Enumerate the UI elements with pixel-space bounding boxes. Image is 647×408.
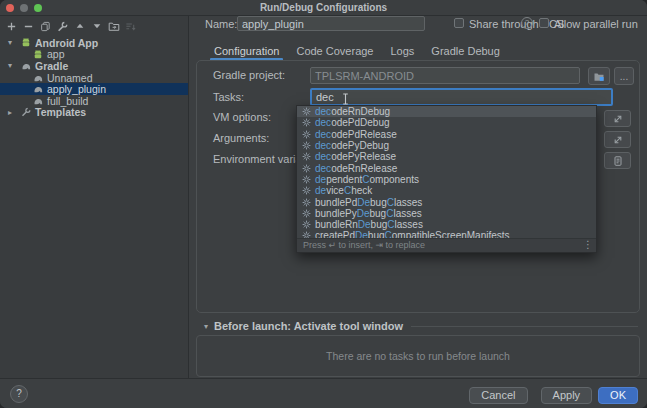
choose-gradle-project-button[interactable] [588, 67, 610, 85]
new-folder-button[interactable] [105, 18, 122, 34]
completion-item-text: dec [315, 129, 331, 140]
completion-item[interactable]: decodePdRelease [297, 129, 596, 140]
chevron-down-icon[interactable]: ▾ [8, 38, 20, 47]
dialog-footer: ? Cancel Apply OK [0, 378, 647, 408]
completion-item-text: C [362, 174, 369, 185]
sidebar-item-android-app[interactable]: ▾Android App [0, 37, 188, 49]
expand-vm-options-button[interactable] [604, 110, 631, 127]
sidebar-item-templates[interactable]: ▸Templates [0, 107, 188, 119]
share-through-vcs-label: Share through VCS [469, 18, 564, 30]
completion-item-text: C [386, 208, 393, 219]
edit-defaults-button[interactable] [54, 18, 71, 34]
completion-item-text: odeRnDebug [331, 106, 390, 117]
gear-icon [302, 141, 311, 150]
arguments-label: Arguments: [213, 132, 269, 144]
vm-options-label: VM options: [213, 111, 271, 123]
completion-item-text: odePdDebug [331, 117, 389, 128]
sidebar-item-apply-plugin[interactable]: apply_plugin [0, 83, 188, 95]
completion-item-text: bundlePd [315, 197, 357, 208]
gear-icon [302, 231, 311, 238]
apply-button[interactable]: Apply [541, 387, 593, 404]
add-icon [6, 21, 17, 32]
completion-item-text: odePyDebug [331, 140, 389, 151]
completion-list: decodeRnDebugdecodePdDebugdecodePdReleas… [297, 106, 596, 238]
gear-icon [302, 118, 311, 127]
gradle-project-input[interactable] [310, 67, 580, 84]
browse-gradle-project-button[interactable]: ... [614, 67, 634, 85]
completion-item-text: de [315, 185, 326, 196]
completion-item[interactable]: bundlePyDebugClasses [297, 208, 596, 219]
sidebar-item-full-build[interactable]: full_build [0, 95, 188, 107]
new-folder-icon [108, 21, 120, 32]
completion-item-text: De [358, 219, 371, 230]
gear-icon [302, 164, 311, 173]
gear-icon [302, 175, 311, 184]
remove-button[interactable] [20, 18, 37, 34]
ok-button[interactable]: OK [598, 387, 638, 404]
completion-item[interactable]: bundleRnDebugClasses [297, 219, 596, 230]
browse-environment-variables-button[interactable] [604, 152, 631, 169]
completion-item-text: dec [315, 140, 331, 151]
completion-item-text: De [355, 230, 368, 238]
completion-item-text: odeRnRelease [331, 163, 397, 174]
collapse-chevron-icon[interactable]: ▾ [204, 322, 214, 331]
completion-item[interactable]: decodePdDebug [297, 117, 596, 128]
add-button[interactable] [3, 18, 20, 34]
gear-icon [302, 198, 311, 207]
share-through-vcs-checkbox[interactable] [454, 18, 464, 28]
vcs-help-icon[interactable]: ? [521, 17, 533, 29]
completion-item[interactable]: decodeRnRelease [297, 162, 596, 173]
divider [411, 326, 638, 327]
completion-item-text: createPd [315, 230, 355, 238]
configurations-tree: ▾Android Appapp▾GradleUnnamedapply_plugi… [0, 37, 188, 118]
completion-item[interactable]: decodePyRelease [297, 151, 596, 162]
completion-item-text: lasses [395, 219, 423, 230]
tab-logs[interactable]: Logs [389, 44, 417, 60]
tasks-label: Tasks: [213, 91, 244, 103]
tasks-input[interactable] [310, 88, 613, 106]
sort-button [122, 18, 139, 34]
completion-item[interactable]: dependentComponents [297, 174, 596, 185]
move-down-button[interactable] [88, 18, 105, 34]
help-button[interactable]: ? [10, 385, 28, 403]
sidebar-item-label: app [47, 48, 65, 60]
sidebar-item-label: Templates [35, 106, 86, 118]
tab-gradle-debug[interactable]: Gradle Debug [429, 44, 502, 60]
completion-item[interactable]: decodePyDebug [297, 140, 596, 151]
sidebar-item-unnamed[interactable]: Unnamed [0, 72, 188, 84]
sidebar-item-app[interactable]: app [0, 49, 188, 61]
tab-code-coverage[interactable]: Code Coverage [294, 44, 375, 60]
completion-item-text: bug [370, 208, 387, 219]
expand-arguments-button[interactable] [604, 131, 631, 148]
wrench-icon [20, 107, 32, 118]
cancel-button[interactable]: Cancel [469, 387, 527, 404]
android-icon [20, 37, 32, 48]
completion-item-text: bug [370, 197, 387, 208]
sidebar-item-label: apply_plugin [47, 83, 106, 95]
copy-button[interactable] [37, 18, 54, 34]
completion-item[interactable]: deviceCheck [297, 185, 596, 196]
configuration-tabs: ConfigurationCode CoverageLogsGradle Deb… [212, 44, 502, 60]
sidebar-item-gradle[interactable]: ▾Gradle [0, 60, 188, 72]
configurations-toolbar [3, 17, 139, 35]
completion-item-text: lasses [394, 197, 422, 208]
completion-item-text: lasses [393, 208, 421, 219]
completion-more-icon[interactable]: ⋮ [583, 239, 593, 251]
chevron-down-icon[interactable]: ▾ [8, 61, 20, 70]
name-input[interactable] [237, 16, 425, 31]
gear-icon [302, 220, 311, 229]
tab-configuration[interactable]: Configuration [212, 44, 281, 60]
remove-icon [23, 21, 34, 32]
move-up-button[interactable] [71, 18, 88, 34]
completion-item[interactable]: createPdDebugCompatibleScreenManifests [297, 230, 596, 238]
completion-item-text: de [315, 174, 326, 185]
chevron-right-icon[interactable]: ▸ [8, 108, 20, 117]
completion-item-text: odePyRelease [331, 151, 396, 162]
titlebar: Run/Debug Configurations [0, 0, 647, 16]
completion-item-text: De [357, 208, 370, 219]
completion-item[interactable]: bundlePdDebugClasses [297, 196, 596, 207]
window-title: Run/Debug Configurations [0, 0, 647, 15]
before-launch-empty-text: There are no tasks to run before launch [197, 336, 639, 376]
gradle-project-label: Gradle project: [213, 69, 285, 81]
allow-parallel-run-checkbox[interactable] [539, 18, 549, 28]
